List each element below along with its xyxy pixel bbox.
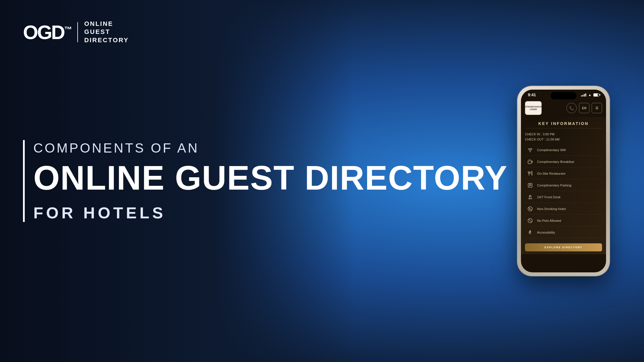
logo-divider: [77, 22, 78, 42]
menu-button[interactable]: ☰: [592, 103, 602, 113]
logo-area: OGD™ ONLINE GUEST DIRECTORY: [23, 20, 129, 44]
amenity-list: Complimentary Wifi Complimentary Breakfa…: [525, 145, 602, 238]
parking-icon: [526, 181, 534, 189]
amenity-accessibility-text: Accessibility: [537, 231, 555, 234]
hotel-name-line2: Lodge: [525, 108, 541, 111]
status-time: 9:41: [528, 93, 536, 97]
check-in: CHECK IN : 3:00 PM: [525, 132, 602, 136]
phone-inner: 9:41 ▲: [521, 90, 606, 272]
amenity-parking[interactable]: Complimentary Parking: [525, 180, 602, 191]
phone-content: KEY INFORMATION CHECK IN : 3:00 PM CHECK…: [521, 117, 606, 254]
svg-point-9: [530, 230, 530, 231]
subtitle: COMPONENTS OF AN: [33, 140, 508, 156]
amenity-wifi-text: Complimentary Wifi: [537, 148, 566, 152]
battery-icon: [593, 93, 599, 97]
signal-bar-1: [581, 95, 582, 97]
battery-fill: [594, 94, 598, 96]
amenity-breakfast-text: Complimentary Breakfast: [537, 160, 574, 163]
amenity-nopets-text: No Pets Allowed: [537, 219, 561, 222]
svg-line-8: [529, 219, 532, 222]
key-info-section: KEY INFORMATION CHECK IN : 3:00 PM CHECK…: [521, 117, 606, 241]
amenity-nopets[interactable]: No Pets Allowed: [525, 215, 602, 226]
signal-bar-3: [584, 94, 585, 97]
explore-button[interactable]: EXPLORE DIRECTORY: [525, 243, 602, 251]
logo-letters: OGD™: [23, 21, 71, 43]
phone-header: StageCoach Lodge 📞 EN ☰: [521, 99, 606, 117]
amenity-wifi[interactable]: Complimentary Wifi: [525, 145, 602, 156]
menu-icon: ☰: [595, 106, 598, 110]
restaurant-icon: [526, 170, 534, 178]
amenity-breakfast[interactable]: Complimentary Breakfast: [525, 156, 602, 167]
phone-bottom: EXPLORE DIRECTORY: [521, 241, 606, 254]
amenity-restaurant[interactable]: On-Site Restaurant: [525, 168, 602, 179]
hotel-logo-badge: StageCoach Lodge: [525, 101, 542, 115]
main-title: ONLINE GUEST DIRECTORY: [33, 161, 508, 195]
svg-point-0: [530, 151, 530, 152]
accent-bar: [23, 140, 25, 222]
language-button[interactable]: EN: [579, 103, 589, 113]
breakfast-icon: [526, 158, 534, 166]
ogd-logo: OGD™: [23, 22, 71, 42]
header-icons: 📞 EN ☰: [566, 103, 602, 113]
amenity-frontdesk-text: 24/7 Front Desk: [537, 195, 561, 199]
wifi-amenity-icon: [526, 146, 534, 154]
status-bar: 9:41 ▲: [521, 90, 606, 99]
signal-bar-4: [585, 93, 586, 97]
nosmoking-icon: [526, 205, 534, 213]
logo-text: ONLINE GUEST DIRECTORY: [84, 20, 129, 44]
amenity-nosmoking[interactable]: Non-Smoking Hotel: [525, 203, 602, 215]
amenity-accessibility[interactable]: Accessibility: [525, 227, 602, 238]
logo-line2: GUEST: [84, 28, 129, 36]
accessibility-icon: [526, 228, 534, 236]
amenity-parking-text: Complimentary Parking: [537, 184, 572, 187]
amenity-frontdesk[interactable]: 24/7 Front Desk: [525, 192, 602, 203]
status-notch: [551, 92, 576, 99]
check-info: CHECK IN : 3:00 PM CHECK OUT : 11:00 AM: [525, 132, 602, 141]
frontdesk-icon: [526, 193, 534, 201]
text-block: COMPONENTS OF AN ONLINE GUEST DIRECTORY …: [23, 140, 508, 222]
amenity-restaurant-text: On-Site Restaurant: [537, 172, 565, 175]
wifi-icon: ▲: [588, 93, 591, 97]
phone-outer: 9:41 ▲: [518, 86, 610, 276]
check-out: CHECK OUT : 11:00 AM: [525, 138, 602, 141]
for-hotels: FOR HOTELS: [33, 203, 508, 222]
left-content: COMPONENTS OF AN ONLINE GUEST DIRECTORY …: [23, 140, 508, 222]
hotel-logo-text: StageCoach Lodge: [525, 105, 541, 111]
hotel-name-line1: StageCoach: [525, 105, 541, 108]
explore-label: EXPLORE DIRECTORY: [545, 246, 582, 249]
signal-bars: [581, 93, 586, 97]
phone-button[interactable]: 📞: [566, 103, 577, 113]
phone-icon: 📞: [569, 106, 574, 110]
amenity-nosmoking-text: Non-Smoking Hotel: [537, 207, 566, 211]
language-label: EN: [582, 106, 586, 110]
status-icons: ▲: [581, 93, 599, 97]
nopets-icon: [526, 217, 534, 225]
key-info-title: KEY INFORMATION: [525, 121, 602, 128]
phone-container: 9:41 ▲: [518, 86, 610, 276]
logo-line1: ONLINE: [84, 20, 129, 28]
logo-line3: DIRECTORY: [84, 36, 129, 44]
signal-bar-2: [582, 95, 583, 97]
